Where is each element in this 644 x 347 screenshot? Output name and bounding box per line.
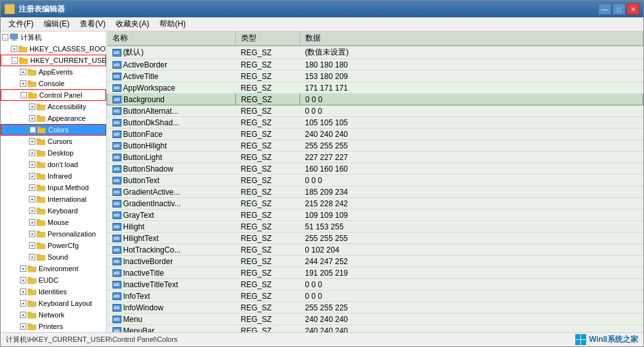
tree-item[interactable]: + Console xyxy=(1,78,106,89)
tree-item[interactable]: + Identities xyxy=(1,286,106,298)
table-row[interactable]: abInactiveBorderREG_SZ244 247 252 xyxy=(107,256,643,267)
expand-icon[interactable]: + xyxy=(29,196,35,202)
reg-data-cell: 0 0 0 xyxy=(300,94,643,105)
tree-item[interactable]: + HKEY_CLASSES_ROOT xyxy=(1,43,106,55)
tree-item[interactable]: + Keyboard xyxy=(1,205,106,217)
tree-item[interactable]: + AppEvents xyxy=(1,66,106,78)
tree-item[interactable]: + Infrared xyxy=(1,170,106,182)
tree-item[interactable]: + don't load xyxy=(1,159,106,170)
expand-icon[interactable]: + xyxy=(20,80,26,87)
maximize-button[interactable]: □ xyxy=(613,3,625,15)
tree-item[interactable]: + International xyxy=(1,193,106,205)
reg-name-cell: abInactiveBorder xyxy=(107,256,236,267)
menu-item[interactable]: 文件(F) xyxy=(3,17,39,31)
tree-item[interactable]: + Desktop xyxy=(1,147,106,159)
expand-icon[interactable]: + xyxy=(29,242,35,249)
table-row[interactable]: abInfoWindowREG_SZ255 255 225 xyxy=(107,302,643,314)
reg-data-cell: 0 0 0 xyxy=(300,175,643,186)
table-row[interactable]: abButtonFaceREG_SZ240 240 240 xyxy=(107,129,643,140)
tree-item[interactable]: + Mouse xyxy=(1,217,106,228)
tree-item[interactable]: + Keyboard Layout xyxy=(1,298,106,309)
expand-icon[interactable]: + xyxy=(29,254,35,260)
menu-item[interactable]: 收藏夹(A) xyxy=(111,17,154,31)
table-row[interactable]: abInfoTextREG_SZ0 0 0 xyxy=(107,290,643,302)
table-row[interactable]: abActiveTitleREG_SZ153 180 209 xyxy=(107,71,643,82)
table-row[interactable]: abMenuREG_SZ240 240 240 xyxy=(107,314,643,325)
reg-sz-icon: ab xyxy=(112,49,121,57)
collapse-icon[interactable]: - xyxy=(21,92,27,98)
expand-icon[interactable]: + xyxy=(29,138,35,145)
expand-icon[interactable]: + xyxy=(29,219,35,226)
table-row[interactable]: abGradientInactiv...REG_SZ215 228 242 xyxy=(107,198,643,209)
tree-item[interactable]: + Sound xyxy=(1,251,106,263)
expand-icon[interactable]: + xyxy=(20,265,26,272)
tree-panel[interactable]: - 计算机+ HKEY_CLASSES_ROOT- HKEY_CURRENT_U… xyxy=(1,31,107,332)
table-row[interactable]: abGradientActive...REG_SZ185 209 234 xyxy=(107,186,643,198)
tree-item-label: Keyboard xyxy=(48,207,78,215)
table-row[interactable]: abButtonHilightREG_SZ255 255 255 xyxy=(107,140,643,152)
menu-item[interactable]: 编辑(E) xyxy=(39,17,75,31)
tree-item-label: Printers xyxy=(39,323,63,330)
expand-icon[interactable]: + xyxy=(29,184,35,191)
expand-icon[interactable]: + xyxy=(29,208,35,214)
table-row[interactable]: abMenuBarREG_SZ240 240 240 xyxy=(107,325,643,333)
table-row[interactable]: abHilightREG_SZ51 153 255 xyxy=(107,221,643,233)
expand-icon[interactable]: + xyxy=(29,231,35,237)
tree-item[interactable]: + Network xyxy=(1,309,106,321)
tree-item[interactable]: + EUDC xyxy=(1,274,106,286)
close-button[interactable]: ✕ xyxy=(627,3,640,15)
table-row[interactable]: abButtonLightREG_SZ227 227 227 xyxy=(107,152,643,163)
reg-type-cell: REG_SZ xyxy=(236,71,300,82)
tree-item[interactable]: + Cursors xyxy=(1,136,106,147)
tree-item[interactable]: - HKEY_CURRENT_USER xyxy=(1,55,106,66)
menu-item[interactable]: 帮助(H) xyxy=(154,17,191,31)
tree-item[interactable]: + Printers xyxy=(1,321,106,332)
menu-item[interactable]: 查看(V) xyxy=(75,17,111,31)
table-row[interactable]: abButtonShadowREG_SZ160 160 160 xyxy=(107,163,643,175)
table-row[interactable]: abInactiveTitleREG_SZ191 205 219 xyxy=(107,267,643,279)
expand-icon[interactable]: + xyxy=(20,323,26,330)
svg-rect-25 xyxy=(37,174,45,179)
tree-item[interactable]: + Environment xyxy=(1,263,106,274)
expand-icon[interactable]: + xyxy=(11,46,17,52)
expand-icon[interactable]: + xyxy=(29,173,35,179)
collapse-icon[interactable]: - xyxy=(12,57,18,64)
table-row[interactable]: abHotTrackingCo...REG_SZ0 102 204 xyxy=(107,244,643,256)
table-row[interactable]: ab(默认)REG_SZ(数值未设置) xyxy=(107,46,643,59)
minimize-button[interactable]: — xyxy=(598,3,611,15)
values-panel[interactable]: 名称 类型 数据 ab(默认)REG_SZ(数值未设置)abActiveBord… xyxy=(107,31,643,332)
reg-sz-icon: ab xyxy=(112,258,121,265)
expand-icon[interactable]: + xyxy=(30,127,36,133)
expand-icon[interactable]: + xyxy=(20,69,26,75)
reg-name-cell: abGradientActive... xyxy=(107,186,236,198)
table-row[interactable]: abHilightTextREG_SZ255 255 255 xyxy=(107,233,643,244)
collapse-icon[interactable]: - xyxy=(2,34,8,40)
expand-icon[interactable]: + xyxy=(29,103,35,110)
table-row[interactable]: abBackgroundREG_SZ0 0 0 xyxy=(107,94,643,105)
expand-icon[interactable]: + xyxy=(20,300,26,307)
tree-item[interactable]: + PowerCfg xyxy=(1,240,106,251)
expand-icon[interactable]: + xyxy=(20,289,26,295)
tree-item[interactable]: - 计算机 xyxy=(1,31,106,43)
table-row[interactable]: abButtonTextREG_SZ0 0 0 xyxy=(107,175,643,186)
expand-icon[interactable]: + xyxy=(20,312,26,318)
svg-rect-50 xyxy=(28,312,31,314)
tree-item[interactable]: + Appearance xyxy=(1,112,106,124)
tree-item[interactable]: + Accessibility xyxy=(1,101,106,112)
expand-icon[interactable]: + xyxy=(29,150,35,156)
table-row[interactable]: abAppWorkspaceREG_SZ171 171 171 xyxy=(107,82,643,94)
expand-icon[interactable]: + xyxy=(29,161,35,168)
table-row[interactable]: abButtonDkShad...REG_SZ105 105 105 xyxy=(107,117,643,129)
tree-item[interactable]: - Control Panel xyxy=(1,89,106,101)
tree-item[interactable]: + Personalization xyxy=(1,228,106,240)
tree-item[interactable]: + Colors xyxy=(1,124,106,136)
table-row[interactable]: abButtonAlternat...REG_SZ0 0 0 xyxy=(107,105,643,117)
table-row[interactable]: abGrayTextREG_SZ109 109 109 xyxy=(107,209,643,221)
table-row[interactable]: abInactiveTitleTextREG_SZ0 0 0 xyxy=(107,279,643,290)
expand-icon[interactable]: + xyxy=(29,115,35,121)
table-row[interactable]: abActiveBorderREG_SZ180 180 180 xyxy=(107,59,643,71)
expand-icon[interactable]: + xyxy=(20,277,26,283)
tree-item[interactable]: + Input Method xyxy=(1,182,106,193)
svg-rect-34 xyxy=(37,220,40,222)
reg-type-cell: REG_SZ xyxy=(236,163,300,175)
